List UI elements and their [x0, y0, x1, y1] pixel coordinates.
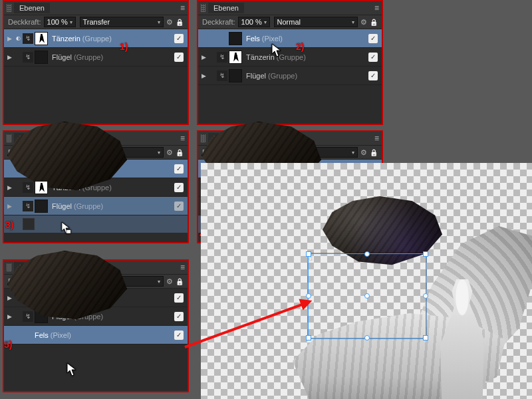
gear-icon[interactable] [360, 148, 367, 157]
gear-icon[interactable] [360, 18, 367, 27]
panel-menu-icon[interactable]: ≡ [374, 3, 379, 13]
checkbox-icon[interactable] [174, 201, 184, 211]
resize-handle-w[interactable] [306, 293, 311, 299]
drag-handle-icon[interactable] [7, 134, 11, 142]
fx-badge-icon[interactable] [23, 201, 33, 211]
layer-taenzerin[interactable]: Tänzerin (Gruppe) [4, 29, 188, 48]
expand-icon[interactable] [200, 54, 207, 61]
layer-thumb[interactable] [35, 51, 48, 64]
drag-handle-icon[interactable] [7, 263, 11, 271]
layer-thumb[interactable] [35, 181, 48, 194]
layers-panel-5: Ebenen ≡ Deckkraft: 100 %▾ Normal▾ Tänze… [3, 259, 189, 392]
visibility-icon[interactable] [13, 35, 23, 41]
chevron-down-icon[interactable]: ▾ [158, 279, 160, 285]
opacity-value: 100 % [47, 18, 68, 26]
drag-handle-icon[interactable] [7, 4, 11, 12]
gear-icon[interactable] [166, 277, 173, 286]
chevron-down-icon[interactable]: ▾ [158, 19, 160, 25]
fx-badge-icon[interactable] [23, 33, 33, 44]
panel-menu-icon[interactable]: ≡ [180, 3, 185, 13]
opacity-field[interactable]: 100 % ▾ [238, 17, 270, 27]
fx-badge-icon[interactable] [23, 311, 33, 322]
panel-menu-icon[interactable]: ≡ [180, 263, 185, 272]
opacity-label: Deckkraft: [202, 18, 235, 26]
layer-name: Flügel (Gruppe) [246, 72, 297, 80]
fx-badge-icon[interactable] [23, 52, 33, 63]
chevron-down-icon[interactable]: ▾ [70, 19, 72, 25]
chevron-down-icon[interactable]: ▾ [264, 19, 267, 25]
expand-icon[interactable] [5, 203, 13, 209]
checkbox-icon[interactable] [368, 34, 378, 43]
fx-badge-icon[interactable] [217, 52, 227, 63]
checkbox-icon[interactable] [174, 34, 184, 43]
panel-menu-icon[interactable]: ≡ [180, 134, 185, 143]
layer-thumb[interactable] [229, 51, 242, 64]
gear-icon[interactable] [166, 18, 173, 27]
layer-thumb[interactable] [229, 69, 242, 82]
panel-menu-icon[interactable]: ≡ [374, 134, 379, 143]
checkbox-icon[interactable] [174, 53, 184, 62]
lock-icon[interactable] [370, 148, 378, 156]
checkbox-icon[interactable] [368, 53, 378, 62]
checkbox-icon[interactable] [174, 183, 184, 192]
resize-handle-se[interactable] [423, 335, 428, 340]
blend-mode-select[interactable]: Normal ▾ [274, 17, 358, 27]
lock-icon[interactable] [176, 18, 184, 26]
expand-icon[interactable] [5, 54, 13, 61]
resize-handle-e[interactable] [423, 293, 428, 299]
resize-handle-n[interactable] [364, 251, 370, 257]
panel-header[interactable]: Ebenen ≡ [4, 1, 188, 15]
fx-badge-icon[interactable] [23, 182, 33, 193]
transform-bbox[interactable]: d [308, 253, 426, 338]
layer-fluegel[interactable]: Flügel (Gruppe) [198, 66, 382, 85]
chevron-down-icon[interactable]: ▾ [352, 150, 354, 156]
layer-thumb[interactable] [35, 200, 48, 213]
gear-icon[interactable] [166, 148, 173, 157]
fx-badge-icon[interactable] [217, 70, 227, 81]
layer-fels[interactable]: Fels (Pixel) [4, 326, 188, 344]
chevron-down-icon[interactable]: ▾ [158, 150, 160, 156]
expand-icon[interactable] [200, 72, 207, 79]
layer-fluegel[interactable]: Flügel (Gruppe) [4, 48, 188, 66]
step-label-2: 2) [296, 41, 304, 52]
step-label-1: 1) [120, 41, 128, 52]
chevron-down-icon[interactable]: ▾ [352, 19, 354, 25]
opacity-label: Deckkraft: [8, 18, 41, 26]
layer-thumb[interactable] [35, 32, 48, 45]
checkbox-icon[interactable] [174, 331, 184, 340]
opacity-field[interactable]: 100 % ▾ [44, 17, 76, 27]
checkbox-icon[interactable] [174, 164, 184, 174]
lock-icon[interactable] [370, 18, 378, 26]
expand-icon[interactable] [5, 295, 13, 301]
layers-panel-2: Ebenen ≡ Deckkraft: 100 % ▾ Normal ▾ Fel… [197, 0, 383, 125]
opacity-row: Deckkraft: 100 % ▾ Transfer ▾ [4, 15, 188, 29]
expand-icon[interactable] [5, 184, 13, 191]
resize-handle-s[interactable] [364, 335, 370, 340]
layer-fels[interactable]: Fels (Pixel) [198, 29, 382, 48]
tab-layers[interactable]: Ebenen [14, 3, 50, 13]
center-handle[interactable] [364, 293, 370, 299]
step-label-3: 3) [5, 219, 13, 230]
drag-handle-icon[interactable] [201, 134, 205, 142]
layer-thumb[interactable] [229, 32, 242, 45]
resize-handle-ne[interactable] [423, 251, 428, 257]
canvas-area[interactable]: d [201, 163, 532, 399]
resize-handle-sw[interactable] [306, 335, 311, 340]
checkbox-icon[interactable] [174, 312, 184, 321]
layer-fels[interactable]: Fels (Pixel) [4, 160, 188, 178]
layer-name: Tänzerin (Gruppe) [52, 35, 112, 43]
layer-fluegel[interactable]: Flügel (Gruppe) [4, 197, 188, 215]
blend-mode-select[interactable]: Transfer ▾ [80, 17, 164, 27]
lock-icon[interactable] [176, 277, 184, 285]
drag-handle-icon[interactable] [201, 4, 205, 12]
lock-icon[interactable] [176, 148, 184, 156]
panel-header[interactable]: Ebenen ≡ [198, 1, 382, 15]
checkbox-icon[interactable] [368, 71, 378, 80]
resize-handle-nw[interactable] [306, 251, 311, 257]
layer-taenzerin[interactable]: Tänzerin (Gruppe) [198, 48, 382, 66]
tab-layers[interactable]: Ebenen [208, 3, 244, 13]
expand-icon[interactable] [5, 35, 13, 42]
checkbox-icon[interactable] [174, 293, 184, 303]
expand-icon[interactable] [5, 313, 13, 320]
layer-name: Fels (Pixel) [246, 35, 283, 43]
